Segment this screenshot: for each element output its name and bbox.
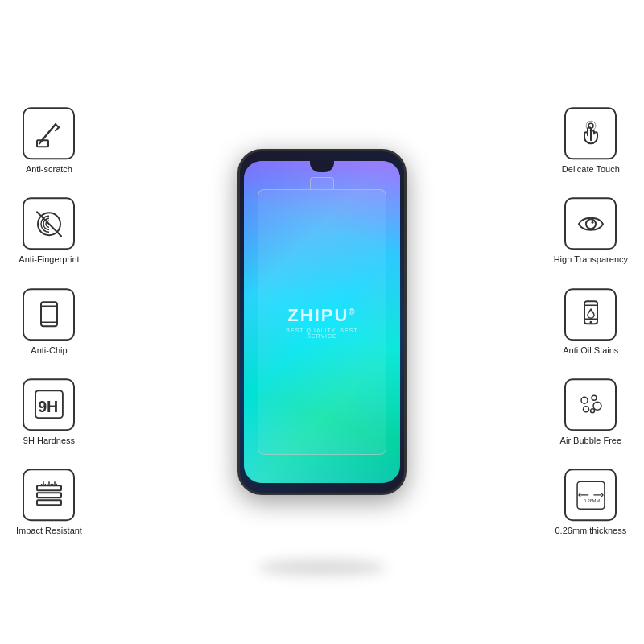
air-bubble-free-label: Air Bubble Free xyxy=(560,435,621,446)
impact-icon xyxy=(33,479,65,511)
delicate-touch-label: Delicate Touch xyxy=(562,163,620,175)
feature-high-transparency: High Transparency xyxy=(554,198,628,266)
svg-text:0.26MM: 0.26MM xyxy=(584,497,600,502)
phone-shadow xyxy=(258,559,386,576)
phone-notch xyxy=(310,161,334,172)
brand-name: ZHIPU® xyxy=(283,305,361,326)
9h-hardness-icon-box: 9H xyxy=(23,378,75,431)
phone-mockup: ZHIPU® BEST QUALITY, BEST SERVICE xyxy=(237,149,407,495)
9h-icon: 9H xyxy=(33,389,65,421)
phone-screen: ZHIPU® BEST QUALITY, BEST SERVICE xyxy=(244,161,400,483)
chip-icon xyxy=(33,298,65,330)
svg-text:9H: 9H xyxy=(38,398,58,415)
anti-scratch-icon-box xyxy=(23,107,75,159)
high-transparency-icon-box xyxy=(564,198,617,250)
phone-brand: ZHIPU® BEST QUALITY, BEST SERVICE xyxy=(283,305,361,339)
bubble-icon xyxy=(575,389,607,421)
feature-impact-resistant: Impact Resistant xyxy=(16,469,82,536)
svg-point-29 xyxy=(590,409,594,413)
eye-icon xyxy=(575,208,607,240)
svg-point-27 xyxy=(593,402,601,411)
high-transparency-label: High Transparency xyxy=(554,254,628,266)
feature-air-bubble-free: Air Bubble Free xyxy=(560,378,621,446)
svg-point-28 xyxy=(583,407,588,412)
anti-scratch-label: Anti-scratch xyxy=(26,163,72,175)
feature-9h-hardness: 9H 9H Hardness xyxy=(23,378,75,446)
impact-resistant-label: Impact Resistant xyxy=(16,525,82,536)
svg-point-25 xyxy=(581,398,588,404)
fingerprint-icon xyxy=(33,208,65,240)
phone-area: ZHIPU® BEST QUALITY, BEST SERVICE xyxy=(225,80,419,564)
svg-point-19 xyxy=(586,219,596,229)
svg-rect-21 xyxy=(584,301,597,324)
9h-hardness-label: 9H Hardness xyxy=(23,435,75,446)
anti-fingerprint-icon-box xyxy=(23,198,75,250)
feature-anti-oil-stains: Anti Oil Stains xyxy=(563,288,618,356)
svg-rect-13 xyxy=(37,500,61,505)
delicate-touch-icon-box xyxy=(564,107,617,159)
thickness-label: 0.26mm thickness xyxy=(555,525,627,536)
feature-delicate-touch: Delicate Touch xyxy=(562,107,620,175)
anti-oil-stains-icon-box xyxy=(564,288,617,341)
oil-stain-icon xyxy=(575,298,607,330)
feature-anti-chip: Anti-Chip xyxy=(23,288,75,356)
svg-point-20 xyxy=(591,221,593,224)
svg-line-2 xyxy=(56,127,59,130)
feature-thickness: 0.26MM 0.26mm thickness xyxy=(555,469,627,536)
anti-chip-label: Anti-Chip xyxy=(31,345,67,356)
air-bubble-free-icon-box xyxy=(564,378,617,431)
brand-tagline: BEST QUALITY, BEST SERVICE xyxy=(283,328,361,339)
scratch-icon xyxy=(33,118,65,150)
impact-resistant-icon-box xyxy=(23,469,75,521)
touch-icon xyxy=(575,118,607,150)
feature-anti-fingerprint: Anti-Fingerprint xyxy=(19,198,79,266)
thickness-icon-box: 0.26MM xyxy=(564,469,617,521)
anti-oil-stains-label: Anti Oil Stains xyxy=(563,345,618,356)
features-left: Anti-scratch Anti-Fingerprint xyxy=(16,107,82,536)
svg-rect-12 xyxy=(37,493,61,497)
svg-point-26 xyxy=(592,396,597,401)
main-container: Anti-scratch Anti-Fingerprint xyxy=(0,0,644,644)
anti-chip-icon-box xyxy=(23,288,75,341)
svg-point-24 xyxy=(589,321,592,324)
thickness-icon: 0.26MM xyxy=(575,479,607,511)
feature-anti-scratch: Anti-scratch xyxy=(23,107,75,175)
anti-fingerprint-label: Anti-Fingerprint xyxy=(19,254,79,266)
features-right: Delicate Touch High Transparency xyxy=(554,107,628,536)
